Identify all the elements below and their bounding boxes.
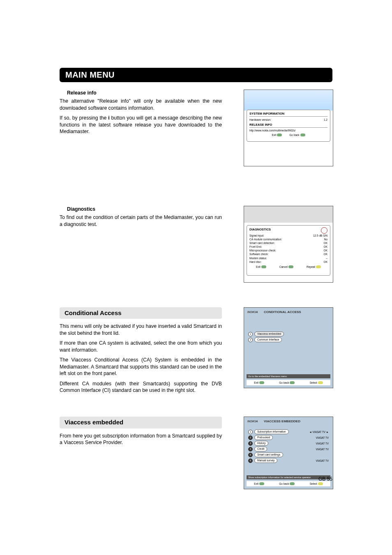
diagnostics-heading: Diagnostics <box>67 206 222 212</box>
diagnostics-p1: To find out the condition of certain par… <box>60 214 222 228</box>
diagnostics-row: Hard disc:OK <box>249 260 327 264</box>
page-title: MAIN MENU <box>65 70 115 79</box>
viaccess-menu-item: 4CreditVIASAT TV <box>248 447 329 451</box>
ca-menu-item: 2Common Interface <box>248 337 284 342</box>
viaccess-menu-item: 3HistoryVIASAT TV <box>248 441 329 446</box>
screen3-exit-btn: Exit <box>254 381 264 384</box>
section-diagnostics: Diagnostics To find out the condition of… <box>60 206 332 283</box>
screen2-title: DIAGNOSTICS <box>249 228 271 232</box>
diagnostics-row: Signal input:12.5 dB S/N <box>249 234 327 237</box>
release-info-p1: The alternative "Release info" will only… <box>60 98 222 111</box>
diagnostics-row: Smart card detection:OK <box>249 241 327 245</box>
page-number: GB 55 <box>318 476 332 482</box>
release-info-screenshot: SYSTEM INFORMATION Hardware version: 1.2… <box>244 90 332 166</box>
screen4-select-btn: Select <box>310 482 323 485</box>
viaccess-text: Viaccess embedded From here you get subs… <box>60 417 222 489</box>
diagnostics-row: Software check:OK <box>249 252 327 256</box>
screen2-cancel-btn: Cancel <box>279 265 293 268</box>
nokia-brand: NOKIA <box>247 419 258 423</box>
diagnostics-row: Front End:OK <box>249 245 327 249</box>
diagnostics-row: Microprocessor check:OK <box>249 249 327 252</box>
screen1-hw-value: 1.2 <box>324 118 327 122</box>
screen2-repeat-btn: Repeat <box>307 265 321 268</box>
conditional-access-heading: Conditional Access <box>60 307 222 319</box>
screen4-back-btn: Go back <box>279 482 295 485</box>
screen1-url: http://www.nokia.com/multimedia/9902s/ <box>249 129 327 132</box>
viaccess-menu-item: 6Manual surveyVIASAT TV <box>248 458 329 463</box>
release-info-heading: Release info <box>67 90 222 96</box>
conditional-access-text: Conditional Access This menu will only b… <box>60 307 222 397</box>
diagnostics-text: Diagnostics To find out the condition of… <box>60 206 222 283</box>
section-conditional-access: Conditional Access This menu will only b… <box>60 307 332 397</box>
screen1-release-title: RELEASE INFO <box>249 123 327 128</box>
nokia-brand: NOKIA <box>247 310 258 314</box>
viaccess-menu-item: 2PrebookedVIASAT TV <box>248 435 329 440</box>
screen1-back-btn: Go back <box>289 134 305 136</box>
ca-menu-item: 1Viaccess embedded <box>248 332 284 336</box>
screenshot-diagnostics: DIAGNOSTICS Signal input:12.5 dB S/NCA m… <box>244 206 333 283</box>
screen2-exit-btn: Exit <box>256 265 266 268</box>
page-title-bar: MAIN MENU <box>60 68 332 82</box>
document-page: MAIN MENU Release info The alternative "… <box>0 0 392 555</box>
screen3-back-btn: Go back <box>279 381 295 384</box>
screen4-hint: Show subscription information for select… <box>247 475 330 479</box>
ca-p1: This menu will only be activated if you … <box>60 323 222 336</box>
viaccess-p1: From here you get subscription informati… <box>60 433 222 446</box>
viaccess-heading: Viaccess embedded <box>60 417 222 428</box>
diagnostics-row: CA module communication:No <box>249 237 327 241</box>
diagnostics-row: Modem status:-- <box>249 256 327 260</box>
ca-p2: If more than one CA system is activated,… <box>60 340 222 353</box>
release-info-p2: If so, by pressing the i button you will… <box>60 115 222 135</box>
screenshot-system-information: SYSTEM INFORMATION Hardware version: 1.2… <box>244 90 333 166</box>
screen1-exit-btn: Exit <box>272 134 282 136</box>
section-viaccess-embedded: Viaccess embedded From here you get subs… <box>60 417 332 489</box>
screen3-title: CONDITIONAL ACCESS <box>264 310 301 314</box>
conditional-access-screenshot: NOKIA CONDITIONAL ACCESS 1Viaccess embed… <box>244 307 332 397</box>
screen1-title: SYSTEM INFORMATION <box>249 112 327 117</box>
screenshot-conditional-access: NOKIA CONDITIONAL ACCESS 1Viaccess embed… <box>244 307 333 388</box>
screen2-rows: Signal input:12.5 dB S/NCA module commun… <box>249 234 327 264</box>
screen1-hw-label: Hardware version: <box>249 118 271 122</box>
stop-icon <box>321 227 327 234</box>
viaccess-menu-item: 1Subscription information◄ VIASAT TV ► <box>248 429 329 434</box>
screen4-exit-btn: Exit <box>254 482 264 485</box>
screen3-hint: Go to the embedded Viaccess menu. <box>247 374 330 378</box>
release-info-text: Release info The alternative "Release in… <box>60 90 222 166</box>
ca-p3: The Viaccess Conditional Access (CA) Sys… <box>60 357 222 377</box>
screen4-title: VIACCESS EMBEDDED <box>264 419 300 423</box>
section-release-info: Release info The alternative "Release in… <box>60 90 332 166</box>
screen3-select-btn: Select <box>310 381 323 384</box>
viaccess-menu-item: 5Smart card settings <box>248 452 329 457</box>
ca-p4: Different CA modules (with their Smartca… <box>60 380 222 394</box>
diagnostics-screenshot: DIAGNOSTICS Signal input:12.5 dB S/NCA m… <box>244 206 332 283</box>
